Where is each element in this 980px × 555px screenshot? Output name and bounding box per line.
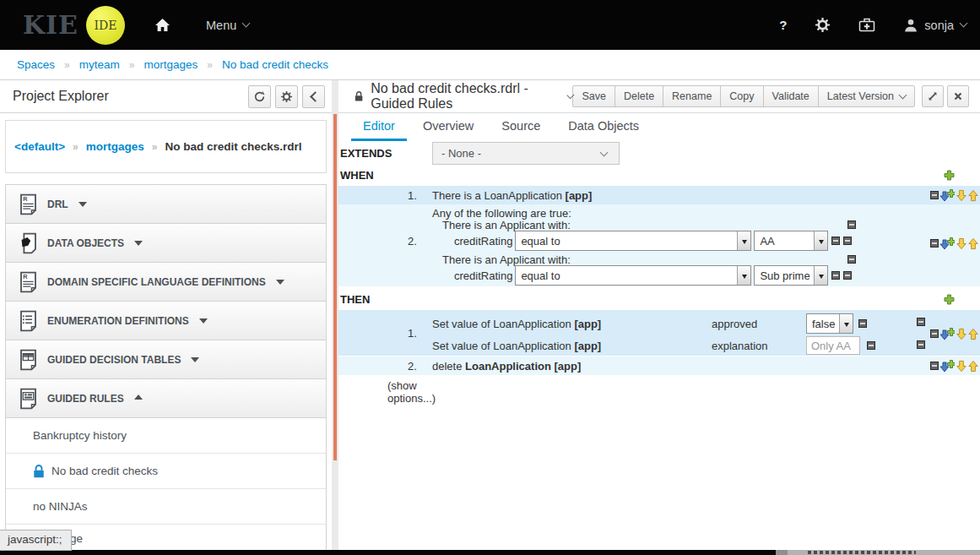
tab-overview[interactable]: Overview [411,113,485,141]
caret-up-icon [134,394,143,400]
credit-rating-constraint-1: creditRating equal to AA [454,231,852,251]
extends-select[interactable]: - None - [432,142,620,165]
value-select-aa[interactable]: AA [754,231,828,251]
rule-item-bankruptcy-history[interactable]: Bankruptcy history [6,418,326,454]
kie-ide-logo[interactable]: KIE IDE [23,6,125,45]
approved-value-select[interactable]: false [806,313,853,334]
add-action-after-icon[interactable] [940,359,955,373]
operator-select[interactable]: equal to [515,265,751,286]
breadcrumb-separator: » [129,59,135,71]
section-drl[interactable]: R DRL [6,185,326,224]
field-label[interactable]: creditRating [454,269,512,282]
field-label[interactable]: creditRating [454,235,512,248]
edit-action-icon[interactable] [867,341,875,350]
tab-editor[interactable]: Editor [351,113,407,141]
move-down-icon[interactable] [956,328,966,340]
explanation-input[interactable] [806,336,860,355]
apps-launcher-button[interactable] [858,18,875,32]
tab-data-objects[interactable]: Data Objects [556,113,651,141]
move-up-icon[interactable] [968,237,978,250]
pattern-text[interactable]: There is a LoanApplication [app] [432,189,592,202]
path-separator: » [152,141,158,153]
editor-tabs: Editor Overview Source Data Objects [338,113,980,141]
remove-action-icon[interactable] [917,318,925,326]
bottom-edge-strip [0,550,980,555]
chevron-down-icon [899,90,907,99]
value-select-sub-prime[interactable]: Sub prime [754,265,828,286]
row-actions [930,188,978,202]
top-navbar: KIE IDE Menu ? sonja [0,0,980,50]
panel-splitter-handle[interactable] [333,114,337,460]
rule-item-no-bad-credit-checks[interactable]: No bad credit checks [6,454,326,489]
asset-accordion: R DRL DATA OBJECTS R DOMAIN SPECIFIC LAN… [5,184,327,552]
svg-text:R: R [23,273,28,280]
remove-row-icon[interactable] [930,239,939,248]
remove-row-icon[interactable] [930,191,939,199]
set-value-action-approved: Set value of LoanApplication [app] appro… [432,313,867,334]
path-default-link[interactable]: <default> [14,140,65,153]
validate-button[interactable]: Validate [763,85,819,107]
path-mortgages-link[interactable]: mortgages [86,140,144,153]
caret-down-icon [191,357,199,367]
show-options-link[interactable]: (show options...) [387,379,448,405]
move-up-icon[interactable] [968,360,978,373]
rule-item-no-ninjas[interactable]: no NINJAs [6,489,326,525]
explorer-settings-button[interactable] [275,85,298,108]
collapse-panel-button[interactable] [302,85,325,108]
close-editor-button[interactable] [947,85,969,107]
breadcrumb-spaces[interactable]: Spaces [17,58,55,71]
edit-constraint-icon[interactable] [831,237,840,245]
applicant-pattern-label[interactable]: There is an Applicant with: [442,253,571,266]
add-action-after-icon[interactable] [940,327,955,340]
remove-pattern-icon[interactable] [847,220,856,229]
section-guided-rules[interactable]: GUIDED RULES [6,379,326,418]
applicant-pattern-label[interactable]: There is an Applicant with: [442,219,571,231]
home-button[interactable] [154,18,171,32]
action-text[interactable]: Set value of LoanApplication [app] [432,340,712,352]
breadcrumb-current-asset[interactable]: No bad credit checks [222,58,328,71]
edit-action-icon[interactable] [858,319,867,328]
version-dropdown-button[interactable]: Latest Version [818,85,915,107]
operator-select[interactable]: equal to [515,231,751,251]
remove-constraint-icon[interactable] [843,237,852,245]
action-text[interactable]: Set value of LoanApplication [app] [432,318,712,330]
remove-constraint-icon[interactable] [843,271,852,280]
move-down-icon[interactable] [956,189,966,202]
maximize-button[interactable] [922,85,944,107]
composite-condition-label[interactable]: Any of the following are true: [432,207,571,220]
menu-dropdown[interactable]: Menu [206,19,249,32]
select-arrow-icon [814,231,827,250]
rename-button[interactable]: Rename [663,85,721,107]
remove-row-icon[interactable] [930,329,939,338]
move-down-icon[interactable] [956,237,966,250]
delete-button[interactable]: Delete [615,85,663,107]
remove-action-icon[interactable] [917,340,925,349]
user-menu[interactable]: sonja [904,19,966,32]
move-up-icon[interactable] [968,328,978,340]
section-guided-decision-tables[interactable]: GUIDED DECISION TABLES [6,340,326,379]
move-down-icon[interactable] [956,360,966,373]
add-condition-after-icon[interactable] [940,237,955,250]
tab-source[interactable]: Source [490,113,552,141]
add-condition-after-icon[interactable] [940,188,955,202]
breadcrumb-myteam[interactable]: myteam [79,58,120,71]
move-up-icon[interactable] [968,189,978,202]
user-icon [904,19,918,32]
remove-pattern-icon[interactable] [847,255,856,264]
remove-row-icon[interactable] [930,362,939,370]
settings-button[interactable] [815,18,830,32]
refresh-button[interactable] [248,85,271,108]
add-condition-button[interactable] [944,170,955,181]
save-button[interactable]: Save [572,85,615,107]
edit-constraint-icon[interactable] [831,271,840,280]
breadcrumb-separator: » [64,59,70,71]
copy-button[interactable]: Copy [720,85,763,107]
section-dsl-definitions[interactable]: R DOMAIN SPECIFIC LANGUAGE DEFINITIONS [6,263,326,302]
breadcrumb-mortgages[interactable]: mortgages [143,58,198,71]
section-enumeration-definitions[interactable]: ENUMERATION DEFINITIONS [6,302,326,340]
editor-title-dropdown[interactable]: No bad credit checks.rdrl - Guided Rules [371,81,572,112]
help-button[interactable]: ? [779,18,787,32]
add-action-button[interactable] [944,294,955,305]
section-data-objects[interactable]: DATA OBJECTS [6,224,326,263]
delete-action-text[interactable]: delete LoanApplication [app] [432,360,581,373]
